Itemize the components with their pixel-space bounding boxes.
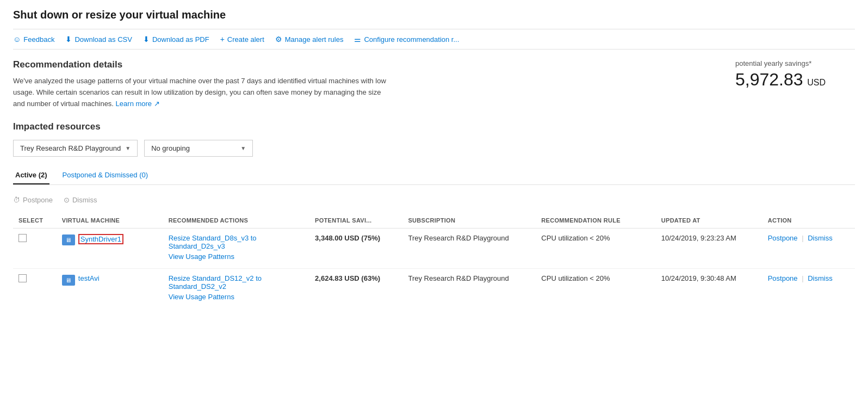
recommendation-section: Recommendation details We've analyzed th…: [13, 59, 855, 109]
col-header-action: ACTION: [762, 213, 855, 229]
tabs: Active (2) Postponed & Dismissed (0): [13, 166, 855, 185]
row1-savings-cell: 3,348.00 USD (75%): [309, 229, 402, 269]
dismiss-all-button: ⊙ Dismiss: [64, 196, 97, 204]
row1-actions-cell: Resize Standard_D8s_v3 to Standard_D2s_v…: [163, 229, 309, 269]
row2-action-sep: |: [802, 274, 803, 282]
row1-checkbox[interactable]: [18, 234, 27, 242]
row2-savings-cell: 2,624.83 USD (63%): [309, 269, 402, 309]
row2-postpone-link[interactable]: Postpone: [768, 274, 798, 282]
col-header-vm: VIRTUAL MACHINE: [57, 213, 163, 229]
row2-savings-value: 2,624.83 USD (63%): [315, 274, 380, 282]
row2-updated-cell: 10/24/2019, 9:30:48 AM: [656, 269, 762, 309]
filters: Trey Research R&D Playground ▼ No groupi…: [13, 140, 855, 157]
row1-vm-info: 🖥 SynthDriver1: [62, 234, 158, 245]
row1-updated-cell: 10/24/2019, 9:23:23 AM: [656, 229, 762, 269]
row1-rule-cell: CPU utilization < 20%: [536, 229, 655, 269]
create-alert-button[interactable]: + Create alert: [220, 35, 264, 44]
row1-view-usage[interactable]: View Usage Patterns: [169, 252, 304, 261]
row2-rule-cell: CPU utilization < 20%: [536, 269, 655, 309]
configure-icon: ⚌: [354, 35, 361, 44]
feedback-button[interactable]: ☺ Feedback: [13, 35, 54, 44]
row2-subscription-cell: Trey Research R&D Playground: [402, 269, 536, 309]
configure-button[interactable]: ⚌ Configure recommendation r...: [354, 35, 459, 44]
row2-recommended-action[interactable]: Resize Standard_DS12_v2 to Standard_DS2_…: [169, 274, 304, 291]
row2-view-usage[interactable]: View Usage Patterns: [169, 293, 304, 301]
row1-dismiss-link[interactable]: Dismiss: [808, 234, 833, 242]
page-title: Shut down or resize your virtual machine: [13, 9, 855, 21]
table-row: 🖥 testAvi Resize Standard_DS12_v2 to Sta…: [13, 269, 855, 309]
subscription-dropdown-arrow: ▼: [125, 145, 131, 151]
savings-amount: 5,972.83: [735, 70, 803, 89]
download-pdf-button[interactable]: ⬇ Download as PDF: [143, 35, 209, 44]
row2-checkbox[interactable]: [18, 274, 27, 282]
postpone-all-button: ⏱ Postpone: [13, 196, 53, 204]
create-alert-icon: +: [220, 35, 225, 44]
action-bar: ⏱ Postpone ⊙ Dismiss: [13, 192, 855, 208]
manage-alert-icon: ⚙: [275, 35, 282, 44]
row2-dismiss-link[interactable]: Dismiss: [808, 274, 833, 282]
col-header-select: SELECT: [13, 213, 57, 229]
row2-actions-cell: Resize Standard_DS12_v2 to Standard_DS2_…: [163, 269, 309, 309]
row1-recommended-action[interactable]: Resize Standard_D8s_v3 to Standard_D2s_v…: [169, 234, 304, 250]
manage-alert-button[interactable]: ⚙ Manage alert rules: [275, 35, 344, 44]
col-header-updated: UPDATED AT: [656, 213, 762, 229]
recommendation-description: We've analyzed the usage patterns of you…: [13, 76, 394, 109]
row1-action-sep: |: [802, 234, 803, 242]
row1-select-cell: [13, 229, 57, 269]
resources-table: SELECT VIRTUAL MACHINE RECOMMENDED ACTIO…: [13, 213, 855, 308]
row2-vm-info: 🖥 testAvi: [62, 274, 158, 286]
savings-amount-row: 5,972.83 USD: [735, 70, 855, 90]
row2-select-cell: [13, 269, 57, 309]
recommendation-title: Recommendation details: [13, 59, 394, 70]
row2-vm-name[interactable]: testAvi: [78, 274, 100, 282]
dismiss-icon: ⊙: [64, 196, 70, 204]
savings-box: potential yearly savings* 5,972.83 USD: [735, 59, 855, 90]
postpone-icon: ⏱: [13, 196, 20, 204]
col-header-subscription: SUBSCRIPTION: [402, 213, 536, 229]
savings-currency: USD: [807, 78, 826, 87]
table-header-row: SELECT VIRTUAL MACHINE RECOMMENDED ACTIO…: [13, 213, 855, 229]
row2-action-cell: Postpone | Dismiss: [762, 269, 855, 309]
row1-postpone-link[interactable]: Postpone: [768, 234, 798, 242]
row1-vm-name[interactable]: SynthDriver1: [78, 234, 123, 244]
download-csv-icon: ⬇: [65, 35, 72, 44]
grouping-dropdown[interactable]: No grouping ▼: [144, 140, 253, 157]
row1-savings-value: 3,348.00 USD (75%): [315, 234, 380, 242]
recommendation-details: Recommendation details We've analyzed th…: [13, 59, 394, 109]
page-container: Shut down or resize your virtual machine…: [0, 0, 868, 317]
col-header-actions: RECOMMENDED ACTIONS: [163, 213, 309, 229]
impacted-title: Impacted resources: [13, 121, 855, 132]
row1-action-cell: Postpone | Dismiss: [762, 229, 855, 269]
col-header-rule: RECOMMENDATION RULE: [536, 213, 655, 229]
tab-active[interactable]: Active (2): [13, 166, 49, 184]
subscription-dropdown[interactable]: Trey Research R&D Playground ▼: [13, 140, 138, 157]
row1-vm-cell: 🖥 SynthDriver1: [57, 229, 163, 269]
col-header-savings: POTENTIAL SAVI...: [309, 213, 402, 229]
toolbar: ☺ Feedback ⬇ Download as CSV ⬇ Download …: [13, 29, 855, 50]
grouping-dropdown-arrow: ▼: [240, 145, 246, 151]
tab-postponed[interactable]: Postponed & Dismissed (0): [60, 166, 151, 184]
row2-vm-icon: 🖥: [62, 275, 75, 286]
download-csv-button[interactable]: ⬇ Download as CSV: [65, 35, 132, 44]
learn-more-link[interactable]: Learn more ↗: [116, 100, 160, 108]
savings-label: potential yearly savings*: [735, 59, 855, 67]
download-pdf-icon: ⬇: [143, 35, 150, 44]
row1-vm-icon: 🖥: [62, 234, 75, 245]
feedback-icon: ☺: [13, 35, 21, 44]
table-row: 🖥 SynthDriver1 Resize Standard_D8s_v3 to…: [13, 229, 855, 269]
row1-subscription-cell: Trey Research R&D Playground: [402, 229, 536, 269]
row2-vm-cell: 🖥 testAvi: [57, 269, 163, 309]
